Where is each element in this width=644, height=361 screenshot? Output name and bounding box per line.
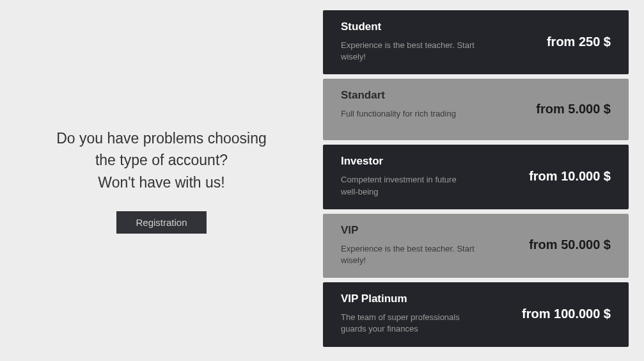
plan-price: from 250 $ [547,35,611,49]
plans-panel: Student Experience is the best teacher. … [323,0,644,361]
heading-line-2: the type of account? [56,149,267,172]
plan-card-student[interactable]: Student Experience is the best teacher. … [323,10,629,74]
plan-card-investor[interactable]: Investor Competent investment in future … [323,145,629,209]
plan-price: from 50.000 $ [529,237,611,252]
plan-price: from 10.000 $ [529,169,611,184]
plan-title: VIP [341,224,475,237]
heading-line-1: Do you have problems choosing [56,127,267,150]
plan-card-vip-platinum[interactable]: VIP Platinum The team of super professio… [323,282,629,346]
plan-description: Competent investment in future well-bein… [341,174,475,197]
plan-title: VIP Platinum [341,293,475,305]
plan-title: Student [341,20,475,33]
heading-line-3: Won't have with us! [56,172,267,194]
plan-description: Experience is the best teacher. Start wi… [341,243,475,266]
plan-card-vip[interactable]: VIP Experience is the best teacher. Star… [323,214,629,278]
plan-description: Experience is the best teacher. Start wi… [341,40,475,63]
plan-description: Full functionality for rich trading [341,108,456,120]
heading: Do you have problems choosing the type o… [56,127,267,194]
plan-price: from 5.000 $ [536,102,611,116]
plan-description: The team of super professionals guards y… [341,312,475,335]
plan-title: Investor [341,155,475,168]
plan-card-standart[interactable]: Standart Full functionality for rich tra… [323,79,629,140]
plan-price: from 100.000 $ [522,307,611,321]
intro-panel: Do you have problems choosing the type o… [0,0,323,361]
plan-title: Standart [341,89,456,102]
registration-button[interactable]: Registration [116,211,206,234]
